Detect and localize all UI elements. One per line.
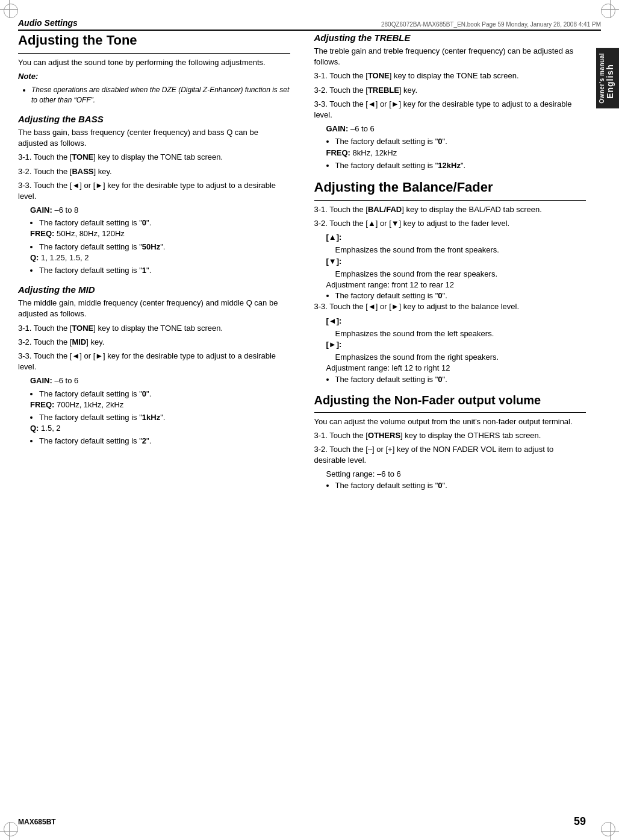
mid-q-label: Q: 1.5, 2 (30, 423, 290, 434)
circle-bottom-right (601, 822, 615, 836)
mid-step-3: 3-3. Touch the [◄] or [►] key for the de… (18, 351, 290, 372)
bass-gain-label: GAIN: –6 to 8 (30, 205, 290, 216)
treble-heading: Adjusting the TREBLE (314, 33, 586, 43)
step-num: 3-1. (314, 431, 328, 440)
page-footer: MAX685BT 59 (18, 815, 586, 828)
bass-gain-default: The factory default setting is "0". (39, 218, 290, 228)
bass-freq-default: The factory default setting is "50Hz". (39, 242, 290, 252)
mid-freq-default: The factory default setting is "1kHz". (39, 412, 290, 423)
step-num: 3-2. (18, 167, 31, 176)
model-name: MAX685BT (18, 818, 56, 826)
mid-desc: The middle gain, middle frequency (cente… (18, 298, 290, 319)
page-number: 59 (574, 815, 586, 828)
bass-q-default: The factory default setting is "1". (39, 265, 290, 276)
fader-down-desc: Emphasizes the sound from the rear speak… (335, 269, 586, 280)
section-title: Audio Settings (18, 18, 78, 28)
fader-up-desc: Emphasizes the sound from the front spea… (335, 245, 586, 255)
bass-q-label: Q: 1, 1.25, 1.5, 2 (30, 252, 290, 263)
bass-freq-label: FREQ: 50Hz, 80Hz, 120Hz (30, 228, 290, 239)
tone-key: TONE (72, 152, 93, 161)
nonfader-default: The factory default setting is "0". (335, 480, 586, 491)
mid-gain-default: The factory default setting is "0". (39, 389, 290, 400)
step-num: 3-3. (314, 99, 328, 108)
treble-step-1: 3-1. Touch the [TONE] key to display the… (314, 71, 586, 81)
nonfader-step-2: 3-2. Touch the [–] or [+] key of the NON… (314, 444, 586, 466)
language-label: English (605, 64, 615, 99)
bass-key: BASS (72, 167, 93, 176)
tone-key-treble: TONE (368, 71, 390, 80)
step-num: 3-2. (314, 86, 328, 95)
nonfader-divider (314, 412, 586, 413)
step-num: 3-1. (18, 152, 31, 161)
nonfader-step-1: 3-1. Touch the [OTHERS] key to display t… (314, 430, 586, 441)
balance-right-desc: Emphasizes the sound from the right spea… (335, 352, 586, 363)
step-num: 3-2. (18, 337, 31, 346)
treble-step-2: 3-2. Touch the [TREBLE] key. (314, 85, 586, 96)
balance-heading: Adjusting the Balance/Fader (314, 180, 586, 195)
book-info: 280QZ6072BA-MAX685BT_EN.book Page 59 Mon… (381, 21, 601, 28)
page-header: Audio Settings 280QZ6072BA-MAX685BT_EN.b… (18, 18, 601, 31)
mid-key: MID (72, 337, 86, 346)
treble-freq-label: FREQ: 8kHz, 12kHz (326, 148, 586, 158)
mid-freq-label: FREQ: 700Hz, 1kHz, 2kHz (30, 400, 290, 410)
balance-step-2: 3-2. Touch the [▲] or [▼] key to adjust … (314, 218, 586, 229)
balance-right-label: [►]: (326, 339, 586, 350)
treble-desc: The treble gain and treble frequency (ce… (314, 46, 586, 67)
circle-top-right (601, 4, 615, 18)
balance-default: The factory default setting is "0". (335, 374, 586, 385)
balance-left-desc: Emphasizes the sound from the left speak… (335, 328, 586, 339)
step-num: 3-2. (314, 445, 328, 454)
mid-heading: Adjusting the MID (18, 284, 290, 295)
treble-gain-default: The factory default setting is "0". (335, 136, 586, 147)
bass-heading: Adjusting the BASS (18, 114, 290, 124)
circle-bottom-left (4, 822, 18, 836)
step-num: 3-1. (18, 324, 31, 333)
note-bullet: These operations are disabled when the D… (31, 85, 290, 105)
bass-step-3: 3-3. Touch the [◄] or [►] key for the de… (18, 180, 290, 202)
bass-desc: The bass gain, bass frequency (center fr… (18, 127, 290, 149)
fader-up-label: [▲]: (326, 232, 586, 243)
note-label: Note: (18, 72, 38, 81)
bass-step-2: 3-2. Touch the [BASS] key. (18, 166, 290, 177)
step-num: 3-1. (314, 205, 328, 214)
fader-range: Adjustment range: front 12 to rear 12 (326, 280, 586, 290)
tone-intro: You can adjust the sound tone by perform… (18, 57, 290, 68)
treble-key: TREBLE (368, 86, 399, 95)
mid-gain-label: GAIN: –6 to 6 (30, 375, 290, 386)
left-column: Adjusting the Tone You can adjust the so… (18, 30, 296, 816)
balance-divider (314, 200, 586, 201)
right-column: Adjusting the TREBLE The treble gain and… (308, 30, 586, 816)
balance-step-1: 3-1. Touch the [BAL/FAD] key to display … (314, 204, 586, 215)
step-num: 3-2. (314, 219, 328, 228)
adjusting-tone-heading: Adjusting the Tone (18, 33, 290, 48)
balance-range: Adjustment range: left 12 to right 12 (326, 363, 586, 374)
step-num: 3-3. (314, 302, 328, 311)
bass-step-1: 3-1. Touch the [TONE] key to display the… (18, 152, 290, 163)
circle-top-left (4, 4, 18, 18)
balfad-key: BAL/FAD (368, 205, 402, 214)
manual-label: Owner's manual (599, 53, 605, 104)
balance-left-label: [◄]: (326, 316, 586, 327)
main-content: Adjusting the Tone You can adjust the so… (18, 30, 586, 816)
treble-freq-default: The factory default setting is "12kHz". (335, 160, 586, 171)
fader-default: The factory default setting is "0". (335, 290, 586, 301)
fader-down-label: [▼]: (326, 256, 586, 267)
nonfader-desc: You can adjust the volume output from th… (314, 416, 586, 427)
step-num: 3-1. (314, 71, 328, 80)
step-num: 3-3. (18, 181, 31, 190)
treble-step-3: 3-3. Touch the [◄] or [►] key for the de… (314, 99, 586, 121)
tone-key-mid: TONE (72, 324, 93, 333)
nonfader-range: Setting range: –6 to 6 (326, 469, 586, 480)
tone-divider (18, 53, 290, 54)
balance-step-3: 3-3. Touch the [◄] or [►] key to adjust … (314, 301, 586, 312)
treble-gain-label: GAIN: –6 to 6 (326, 124, 586, 134)
nonfader-heading: Adjusting the Non-Fader output volume (314, 393, 586, 407)
mid-step-1: 3-1. Touch the [TONE] key to display the… (18, 323, 290, 334)
others-key: OTHERS (368, 431, 400, 440)
step-num: 3-3. (18, 351, 31, 360)
mid-q-default: The factory default setting is "2". (39, 436, 290, 447)
language-sidebar: Owner's manual English (596, 48, 619, 108)
mid-step-2: 3-2. Touch the [MID] key. (18, 337, 290, 348)
